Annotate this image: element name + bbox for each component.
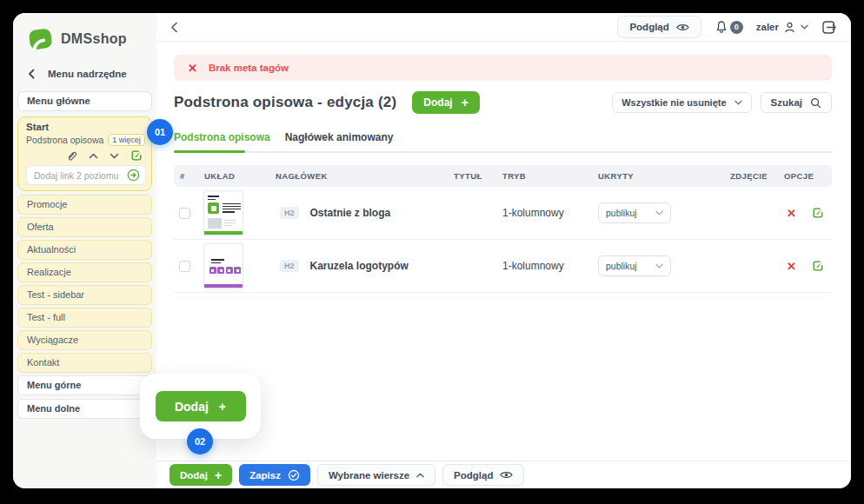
add-button-label: Dodaj: [423, 96, 452, 109]
eye-icon: [676, 23, 689, 32]
topbar: Podgląd 0 zaler: [156, 13, 851, 42]
plus-icon: +: [215, 468, 222, 482]
edit-icon[interactable]: [130, 149, 143, 162]
plus-icon: +: [219, 400, 226, 414]
preview-button-label: Podgląd: [629, 22, 668, 32]
filter-dropdown[interactable]: Wszystkie nie usunięte: [612, 92, 751, 113]
submit-arrow-icon[interactable]: [127, 169, 140, 182]
app-window: DMSshop Menu nadrzędne Menu główne Start…: [13, 13, 851, 488]
footer-add-button[interactable]: Dodaj +: [169, 464, 232, 486]
chevron-left-icon: [28, 69, 35, 79]
alert-close-icon: ✕: [188, 62, 197, 75]
plus-icon: +: [462, 96, 469, 109]
footer-preview-label: Podgląd: [454, 470, 493, 481]
bell-icon: [714, 20, 728, 35]
start-subtitle: Podstrona opisowa: [26, 135, 103, 145]
preview-button[interactable]: Podgląd: [617, 16, 701, 38]
ukryty-select[interactable]: publikuj: [598, 255, 671, 276]
footer-action-bar: Dodaj + Zapisz Wybrane wiersze Podgląd: [156, 461, 851, 488]
dmsshop-leaf-logo-icon: [27, 25, 54, 52]
add-sublink-input[interactable]: [34, 170, 123, 181]
sidebar-menu-list: Promocje Oferta Aktualności Realizacje T…: [17, 195, 152, 419]
start-title: Start: [26, 122, 146, 132]
logout-icon[interactable]: [821, 20, 837, 35]
layout-thumbnail-blog: [203, 190, 243, 235]
check-circle-icon: [288, 469, 300, 481]
sidebar-item-menu-dolne[interactable]: Menu dolne: [17, 399, 152, 419]
selected-rows-button[interactable]: Wybrane wiersze: [317, 464, 435, 486]
footer-preview-button[interactable]: Podgląd: [442, 464, 524, 486]
row-checkbox[interactable]: [179, 208, 190, 219]
user-icon: [783, 21, 796, 34]
search-button-label: Szukaj: [771, 97, 802, 108]
tab-bar: Podstrona opisowa Nagłówek animowany: [174, 131, 832, 151]
username: zaler: [756, 22, 779, 32]
table-row: H2 Ostatnie z bloga 1-kolumnowy publikuj…: [174, 187, 832, 240]
save-button[interactable]: Zapisz: [239, 464, 310, 486]
sidebar-item-kontakt[interactable]: Kontakt: [17, 353, 152, 373]
tab-naglowek-animowany[interactable]: Nagłówek animowany: [285, 131, 394, 151]
sidebar-start-card[interactable]: Start Podstrona opisowa 1 więcej: [17, 116, 152, 191]
edit-row-icon[interactable]: [812, 260, 824, 272]
sidebar-item-test-full[interactable]: Test - full: [17, 308, 152, 328]
heading-tag-chip: H2: [280, 207, 299, 219]
footer-add-label: Dodaj: [180, 470, 208, 481]
col-ukryty: UKRYTY: [598, 171, 730, 181]
sidebar-item-test-sidebar[interactable]: Test - sidebar: [17, 285, 152, 305]
edit-row-icon[interactable]: [812, 207, 824, 219]
table-row: H2 Karuzela logotypów 1-kolumnowy publik…: [174, 240, 832, 293]
move-up-icon[interactable]: [89, 153, 98, 159]
annotation-step-2-badge: 02: [187, 428, 213, 454]
parent-menu-back[interactable]: Menu nadrzędne: [28, 69, 152, 79]
ukryty-value: publikuj: [606, 208, 637, 218]
col-uklad: UKŁAD: [200, 171, 276, 181]
meta-tags-alert: ✕ Brak meta tagów: [174, 55, 832, 81]
more-badge: 1 więcej: [108, 134, 145, 146]
logo-text: DMSshop: [61, 31, 127, 47]
user-menu[interactable]: zaler: [756, 21, 808, 34]
sidebar-item-menu-gorne[interactable]: Menu górne: [17, 375, 152, 395]
sidebar-item-menu-glowne[interactable]: Menu główne: [17, 91, 152, 111]
row-heading: Karuzela logotypów: [310, 260, 409, 272]
sections-table: # UKŁAD NAGŁÓWEK TYTUŁ TRYB UKRYTY ZDJĘC…: [174, 165, 832, 293]
sidebar-item-wyciagacze[interactable]: Wyciągacze: [17, 330, 152, 350]
save-label: Zapisz: [249, 470, 281, 481]
add-sublink-input-wrap: [26, 165, 146, 185]
annotation-step-1-badge: 01: [147, 119, 173, 145]
row-checkbox[interactable]: [179, 261, 190, 272]
heading-tag-chip: H2: [280, 260, 299, 272]
tab-podstrona-opisowa[interactable]: Podstrona opisowa: [174, 131, 270, 151]
move-down-icon[interactable]: [110, 153, 119, 159]
delete-row-icon[interactable]: ✕: [787, 207, 796, 220]
chevron-down-icon: [655, 210, 663, 216]
floating-add-label: Dodaj: [175, 400, 209, 414]
ukryty-select[interactable]: publikuj: [598, 202, 671, 223]
notifications-button[interactable]: 0: [714, 20, 743, 35]
floating-add-button[interactable]: Dodaj +: [156, 391, 246, 421]
sidebar-item-promocje[interactable]: Promocje: [17, 195, 152, 215]
tab-underline: [174, 151, 832, 153]
search-icon: [810, 97, 821, 109]
sidebar-item-realizacje[interactable]: Realizacje: [17, 262, 152, 282]
back-chevron-icon[interactable]: [170, 22, 178, 33]
chevron-down-icon: [801, 24, 808, 30]
sidebar: DMSshop Menu nadrzędne Menu główne Start…: [13, 13, 156, 488]
delete-row-icon[interactable]: ✕: [787, 260, 796, 273]
attachment-icon[interactable]: [66, 150, 77, 162]
col-opcje: OPCJE: [784, 171, 832, 181]
row-tryb: 1-kolumnowy: [502, 260, 598, 272]
search-button[interactable]: Szukaj: [761, 92, 832, 113]
add-button[interactable]: Dodaj +: [412, 91, 480, 114]
chevron-down-icon: [655, 263, 663, 269]
sidebar-item-aktualnosci[interactable]: Aktualności: [17, 240, 152, 260]
row-heading: Ostatnie z bloga: [310, 207, 391, 219]
selected-rows-label: Wybrane wiersze: [329, 470, 409, 481]
sidebar-item-oferta[interactable]: Oferta: [17, 217, 152, 237]
eye-icon: [500, 470, 513, 480]
col-zdjecie: ZDJĘCIE: [730, 171, 784, 181]
col-tytul: TYTUŁ: [454, 171, 502, 181]
table-header-row: # UKŁAD NAGŁÓWEK TYTUŁ TRYB UKRYTY ZDJĘC…: [174, 165, 832, 187]
col-naglowek: NAGŁÓWEK: [276, 171, 454, 181]
chevron-up-icon: [416, 473, 424, 478]
row-tryb: 1-kolumnowy: [502, 207, 598, 219]
